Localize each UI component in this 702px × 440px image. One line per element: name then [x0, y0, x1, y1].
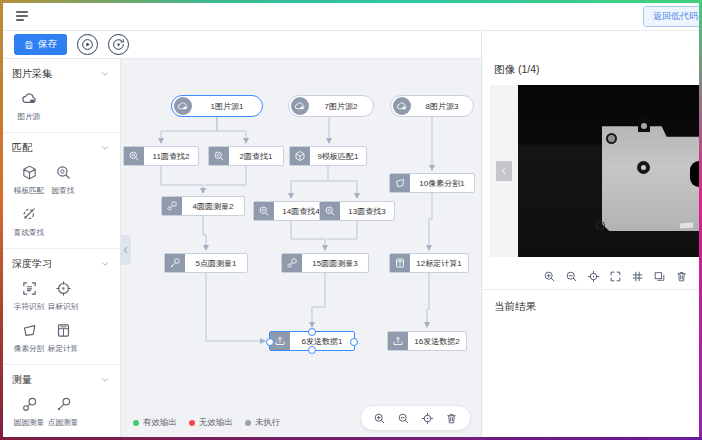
- chevron-down-icon[interactable]: [100, 69, 110, 79]
- flow-node-circle-find-3[interactable]: 13圆查找3: [319, 201, 395, 221]
- plate-right-notch: [690, 161, 700, 187]
- plate-center-ring: [637, 161, 650, 174]
- fullscreen-icon[interactable]: [609, 270, 622, 283]
- green-dot: [133, 420, 139, 426]
- flow-node-segmentation-1[interactable]: 10像素分割1: [389, 173, 475, 193]
- sidebar-item-object-detect[interactable]: 目标识别: [46, 280, 80, 312]
- prev-image-button[interactable]: [496, 161, 512, 181]
- grid-icon[interactable]: [631, 270, 644, 283]
- flow-node-send-data-2[interactable]: 16发送数据2: [387, 331, 467, 351]
- node-handle[interactable]: [308, 346, 316, 354]
- zoom-out-icon[interactable]: [397, 412, 410, 425]
- section-measure: 测量 圆圆测量 点圆测量 点点测量: [2, 364, 120, 438]
- flow-node-circle-circle-measure-3[interactable]: 15圆圆测量3: [281, 253, 369, 273]
- sidebar-item-image-source[interactable]: 图片源: [12, 90, 46, 122]
- line-find-icon: [21, 206, 38, 223]
- section-title: 匹配: [12, 141, 32, 155]
- flow-node-template-match-1[interactable]: 9模板匹配1: [289, 146, 367, 166]
- zoom-out-icon[interactable]: [565, 270, 578, 283]
- flow-node-circle-find-4[interactable]: 14圆查找4: [253, 201, 329, 221]
- flow-node-circle-find-2[interactable]: 11圆查找2: [123, 146, 199, 166]
- circle-find-icon: [254, 202, 274, 220]
- compare-icon[interactable]: [653, 270, 666, 283]
- cube-icon: [21, 164, 38, 181]
- camera-image[interactable]: [518, 85, 700, 257]
- circle-find-icon: [320, 202, 340, 220]
- sidebar-item-calibration[interactable]: 标定计算: [46, 322, 80, 354]
- circle-circle-measure-icon: [282, 254, 302, 272]
- circle-find-icon: [124, 147, 144, 165]
- send-data-icon: [388, 332, 408, 350]
- flow-node-circle-circle-measure-2[interactable]: 4圆圆测量2: [161, 196, 245, 216]
- circle-find-icon: [209, 147, 229, 165]
- flow-node-send-data-1[interactable]: 6发送数据1: [269, 331, 355, 351]
- app-window: 返回低代码 保存 图片采集: [0, 0, 702, 440]
- flow-node-image-source-1[interactable]: 1图片源1: [171, 95, 263, 117]
- sidebar-item-point-circle-measure[interactable]: 点圆测量: [46, 396, 80, 428]
- top-header: 返回低代码: [2, 2, 700, 31]
- image-toolbar: [482, 263, 700, 290]
- image-nav-strip: [490, 85, 518, 257]
- gray-dot: [245, 420, 251, 426]
- circle-find-icon: [55, 164, 72, 181]
- node-handle[interactable]: [266, 338, 274, 346]
- locate-icon[interactable]: [587, 270, 600, 283]
- menu-icon[interactable]: [14, 8, 30, 24]
- play-icon: [81, 38, 94, 51]
- chevron-down-icon[interactable]: [100, 259, 110, 269]
- sidebar-item-line-find[interactable]: 直线查找: [12, 206, 46, 238]
- section-title: 深度学习: [12, 257, 52, 271]
- cube-icon: [290, 147, 310, 165]
- circle-circle-measure-icon: [162, 197, 182, 215]
- flow-node-calibration-1[interactable]: 12标定计算1: [389, 253, 469, 273]
- locate-icon[interactable]: [421, 412, 434, 425]
- trash-icon[interactable]: [445, 412, 458, 425]
- chevron-left-icon: [499, 166, 509, 176]
- ocr-icon: [21, 280, 38, 297]
- sidebar-item-segmentation[interactable]: 像素分割: [12, 322, 46, 354]
- flow-toolbar: 保存: [2, 31, 481, 59]
- sidebar-collapse-handle[interactable]: [121, 235, 131, 265]
- save-icon: [24, 40, 34, 50]
- sidebar-item-circle-circle-measure[interactable]: 圆圆测量: [12, 396, 46, 428]
- chevron-down-icon[interactable]: [100, 375, 110, 385]
- flow-node-point-circle-measure-1[interactable]: 5点圆测量1: [164, 253, 248, 273]
- cloud-image-icon: [21, 90, 38, 107]
- legend-not-executed: 未执行: [245, 417, 281, 429]
- legend-invalid-output: 无效输出: [189, 417, 233, 429]
- sidebar-item-template-match[interactable]: 模板匹配: [12, 164, 46, 196]
- flow-node-circle-find-1[interactable]: 2圆查找1: [208, 146, 284, 166]
- back-to-lowcode-button[interactable]: 返回低代码: [643, 6, 700, 27]
- plate-label-strip: [680, 222, 693, 228]
- circle-circle-measure-icon: [21, 396, 38, 413]
- section-deep-learning: 深度学习 字符识别 目标识别 像素分割 标定计算: [2, 248, 120, 364]
- red-dot: [189, 420, 195, 426]
- chevron-down-icon[interactable]: [100, 143, 110, 153]
- image-panel-title: 图像 (1/4): [482, 31, 700, 85]
- tool-sidebar: 图片采集 图片源 匹配 模板匹配 圆查找 直线查找: [2, 59, 121, 438]
- zoom-in-icon[interactable]: [373, 412, 386, 425]
- node-handle[interactable]: [308, 328, 316, 336]
- sidebar-item-ocr[interactable]: 字符识别: [12, 280, 46, 312]
- plate-top-tab: [638, 119, 650, 132]
- metal-plate: [602, 126, 700, 231]
- section-matching: 匹配 模板匹配 圆查找 直线查找: [2, 132, 120, 248]
- section-title: 图片采集: [12, 67, 52, 81]
- point-circle-measure-icon: [165, 254, 185, 272]
- save-button[interactable]: 保存: [14, 34, 67, 55]
- run-loop-button[interactable]: [108, 34, 129, 55]
- flow-node-image-source-2[interactable]: 7图片源2: [288, 95, 374, 117]
- cloud-image-icon: [174, 97, 192, 115]
- segment-icon: [390, 174, 410, 192]
- flow-canvas[interactable]: 1图片源1 7图片源2 8图片源3 11圆查找2: [121, 59, 481, 438]
- node-handle[interactable]: [350, 338, 358, 346]
- canvas-zoom-toolbar: [360, 405, 471, 431]
- status-legend: 有效输出 无效输出 未执行: [133, 417, 281, 429]
- run-button[interactable]: [77, 34, 98, 55]
- zoom-in-icon[interactable]: [543, 270, 556, 283]
- point-circle-measure-icon: [55, 396, 72, 413]
- chevron-left-icon: [121, 245, 131, 255]
- flow-node-image-source-3[interactable]: 8图片源3: [390, 95, 474, 117]
- sidebar-item-circle-find[interactable]: 圆查找: [46, 164, 80, 196]
- trash-icon[interactable]: [675, 270, 688, 283]
